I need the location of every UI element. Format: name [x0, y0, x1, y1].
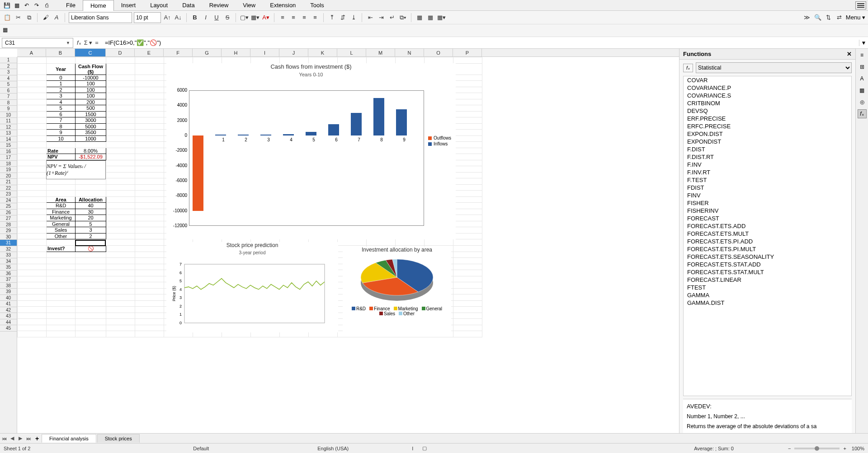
function-item[interactable]: FORECAST.ETS.PI.MULT	[684, 245, 851, 253]
bold-button[interactable]: B	[190, 13, 199, 22]
function-item[interactable]: F.INV.RT	[684, 168, 851, 176]
tab-first-icon[interactable]: ⏮	[0, 436, 8, 441]
font-color-icon[interactable]: A▾	[261, 13, 270, 22]
function-item[interactable]: GAMMA.DIST	[684, 299, 851, 307]
menu-insert[interactable]: Insert	[114, 0, 143, 10]
copy-icon[interactable]: ⧉	[24, 13, 33, 22]
font-name-combo[interactable]	[69, 12, 132, 23]
menu-file[interactable]: File	[59, 0, 83, 10]
close-icon[interactable]: ✕	[847, 51, 852, 57]
pie-chart[interactable]: Investment allocation by area R&DFinance…	[343, 247, 451, 337]
function-item[interactable]: FORECAST.ETS.ADD	[684, 222, 851, 230]
menu-extension[interactable]: Extension	[263, 0, 303, 10]
indent-inc-icon[interactable]: ⇥	[377, 13, 386, 22]
print-quick-icon[interactable]: ▦	[13, 1, 21, 9]
function-item[interactable]: COVAR	[684, 76, 851, 84]
function-item[interactable]: ERFC.PRECISE	[684, 122, 851, 130]
search-icon[interactable]: 🔍	[813, 13, 822, 22]
function-item[interactable]: EXPON.DIST	[684, 130, 851, 138]
zoom-value[interactable]: 100%	[852, 446, 864, 451]
function-item[interactable]: COVARIANCE.S	[684, 92, 851, 99]
column-headers[interactable]: ABCDEFGHIJKLMNOP	[17, 49, 679, 57]
decrease-font-icon[interactable]: A↓	[174, 13, 183, 22]
zoom-slider[interactable]	[794, 448, 840, 449]
indent-dec-icon[interactable]: ⇤	[366, 13, 375, 22]
signature-icon[interactable]: ▢	[422, 445, 427, 451]
valign-mid-icon[interactable]: ⇵	[338, 13, 347, 22]
equals-icon[interactable]: =	[95, 39, 99, 46]
sheet-tab-0[interactable]: Financial analysis	[42, 434, 96, 443]
valign-top-icon[interactable]: ⤒	[327, 13, 336, 22]
zoom-in-icon[interactable]: +	[843, 446, 846, 451]
function-list[interactable]: COVARCOVARIANCE.PCOVARIANCE.SCRITBINOMDE…	[683, 76, 852, 396]
zoom-out-icon[interactable]: −	[788, 446, 791, 451]
menu-data[interactable]: Data	[175, 0, 202, 10]
function-item[interactable]: F.INV	[684, 161, 851, 168]
function-item[interactable]: FISHER	[684, 199, 851, 207]
function-item[interactable]: FTEST	[684, 284, 851, 291]
function-item[interactable]: F.DIST	[684, 145, 851, 153]
sidebar-navigator-icon[interactable]: ◎	[858, 98, 867, 107]
function-item[interactable]: F.TEST	[684, 176, 851, 184]
hamburger-icon[interactable]	[855, 1, 866, 9]
align-left-icon[interactable]: ≡	[278, 13, 287, 22]
row-headers[interactable]: 1234567891011121314151617181920212223242…	[0, 57, 17, 433]
stock-chart[interactable]: Stock price prediction 3-year period 012…	[166, 242, 338, 332]
redo-icon[interactable]: ↷	[33, 1, 41, 9]
clear-format-icon[interactable]: A	[52, 13, 61, 22]
insert-mode-icon[interactable]: I	[412, 446, 413, 451]
function-item[interactable]: FORECAST.ETS.MULT	[684, 230, 851, 238]
grid-icon[interactable]: ▦	[415, 13, 424, 22]
category-select[interactable]: Statistical	[696, 62, 852, 73]
function-item[interactable]: DEVSQ	[684, 107, 851, 115]
format-paint-icon[interactable]: 🖌	[41, 13, 50, 22]
grid3-icon[interactable]: ▦▾	[437, 13, 446, 22]
fx-button[interactable]: fₓ	[683, 64, 693, 72]
menu-dropdown[interactable]: Menu ▾	[846, 14, 865, 21]
strike-button[interactable]: S	[223, 13, 232, 22]
save-icon[interactable]: 💾	[3, 1, 11, 9]
bg-color-icon[interactable]: ▢▾	[240, 13, 249, 22]
sidebar-styles-icon[interactable]: A	[858, 74, 867, 83]
merge-icon[interactable]: ⧉▾	[398, 13, 407, 22]
formula-input[interactable]	[102, 38, 859, 48]
function-item[interactable]: EXPONDIST	[684, 138, 851, 145]
sidebar-functions-icon[interactable]: fₓ	[858, 109, 867, 118]
function-item[interactable]: FORECAST.LINEAR	[684, 276, 851, 284]
add-sheet-icon[interactable]: +	[33, 435, 42, 442]
valign-bot-icon[interactable]: ⤓	[349, 13, 358, 22]
function-item[interactable]: ERF.PRECISE	[684, 115, 851, 122]
function-item[interactable]: FINV	[684, 191, 851, 199]
increase-font-icon[interactable]: A↑	[163, 13, 172, 22]
function-item[interactable]: FDIST	[684, 184, 851, 191]
menu-home[interactable]: Home	[83, 0, 114, 11]
sort-icon[interactable]: ⇅	[824, 13, 833, 22]
cut-icon[interactable]: ✂	[14, 13, 23, 22]
tab-prev-icon[interactable]: ◀	[8, 435, 16, 441]
menu-tools[interactable]: Tools	[303, 0, 331, 10]
cell-reference-box[interactable]: C31▼	[2, 38, 73, 48]
paste-icon[interactable]: 📋	[3, 13, 12, 22]
border-icon[interactable]: ▦▾	[250, 13, 259, 22]
sidebar-properties-icon[interactable]: ⊞	[858, 62, 867, 71]
undo-icon[interactable]: ↶	[23, 1, 31, 9]
function-item[interactable]: GAMMA	[684, 291, 851, 299]
align-center-icon[interactable]: ≡	[289, 13, 298, 22]
print-icon[interactable]: ⎙	[42, 1, 51, 9]
align-justify-icon[interactable]: ≡	[311, 13, 320, 22]
spreadsheet-area[interactable]: ABCDEFGHIJKLMNOP 12345678910111213141516…	[0, 49, 679, 433]
function-item[interactable]: F.DIST.RT	[684, 153, 851, 161]
sidebar-settings-icon[interactable]: ≡	[858, 51, 867, 60]
tab-last-icon[interactable]: ⏭	[24, 436, 33, 441]
menu-view[interactable]: View	[236, 0, 263, 10]
function-item[interactable]: FORECAST.ETS.STAT.MULT	[684, 268, 851, 276]
function-item[interactable]: COVARIANCE.P	[684, 84, 851, 92]
grid2-icon[interactable]: ▦	[426, 13, 435, 22]
function-item[interactable]: CRITBINOM	[684, 99, 851, 107]
function-item[interactable]: FORECAST.ETS.STAT.ADD	[684, 261, 851, 268]
function-item[interactable]: FORECAST.ETS.SEASONALITY	[684, 253, 851, 261]
underline-button[interactable]: U	[212, 13, 221, 22]
function-item[interactable]: FORECAST.ETS.PI.ADD	[684, 238, 851, 245]
fx-icon[interactable]: fₓ	[77, 39, 81, 46]
menu-review[interactable]: Review	[202, 0, 236, 10]
